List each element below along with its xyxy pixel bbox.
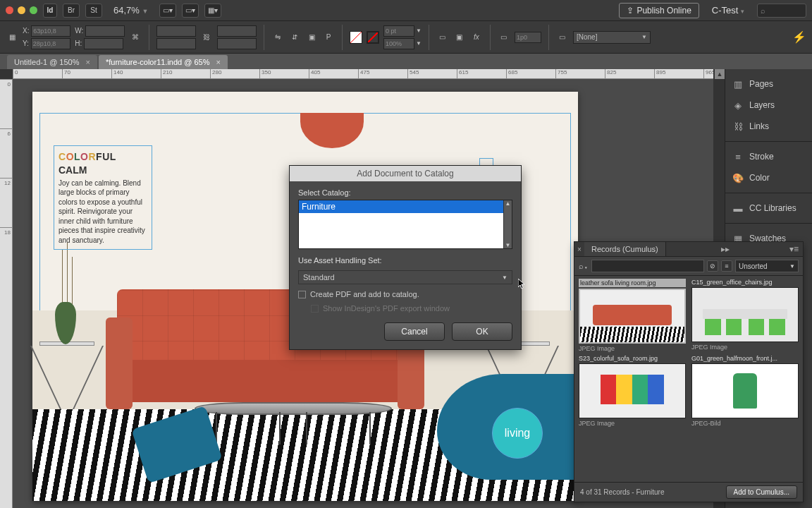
object-style-select[interactable]: [None]▼	[573, 31, 651, 44]
record-type: JPEG Image	[579, 420, 686, 427]
living-badge[interactable]: living	[492, 408, 543, 459]
flip-h-icon[interactable]: ⇋	[271, 31, 284, 44]
select-catalog-label: Select Catalog:	[298, 188, 512, 197]
x-input[interactable]	[31, 25, 70, 37]
record-thumbnail[interactable]	[579, 363, 686, 418]
workspace-switcher[interactable]: C-Test ▾	[705, 5, 751, 16]
close-icon[interactable]: ×	[86, 58, 90, 66]
sort-dropdown[interactable]: Unsorted▼	[735, 260, 799, 272]
record-thumbnail[interactable]	[691, 287, 799, 342]
headline-calm: CALM	[59, 164, 147, 177]
maximize-window-dot[interactable]	[30, 6, 37, 14]
stroke-icon: ≡	[732, 151, 744, 162]
minimize-window-dot[interactable]	[18, 6, 25, 14]
chevron-down-icon: ▼	[641, 34, 647, 40]
dock-label: Stroke	[749, 152, 774, 162]
records-grid: leather sofa living room.jpg JPEG Image …	[574, 276, 803, 482]
scroll-down-icon[interactable]: ▼	[505, 242, 511, 248]
zoom-level[interactable]: 64,7% ▼	[108, 5, 154, 16]
dock-layers[interactable]: ◈Layers	[725, 95, 812, 116]
stock-button[interactable]: St	[85, 4, 102, 18]
record-item[interactable]: G01_green_halfmoon_front.j... JPEG-Bild	[691, 355, 799, 427]
link-icon[interactable]: ⛓	[200, 31, 213, 44]
headline-text-frame[interactable]: COLORFUL CALM Joy can be calming. Blend …	[54, 145, 152, 250]
publish-online-button[interactable]: ⇪Publish Online	[619, 3, 699, 18]
close-icon[interactable]: ×	[216, 58, 221, 66]
panel-collapse-icon[interactable]: ▸▸	[717, 243, 734, 255]
record-item[interactable]: leather sofa living room.jpg JPEG Image	[579, 279, 686, 352]
records-tab[interactable]: Records (Cumulus)	[584, 242, 666, 256]
chevron-down-icon: ▼	[142, 8, 149, 15]
arrange-button[interactable]: ▦▾	[204, 4, 221, 18]
record-filename: leather sofa living room.jpg	[579, 279, 686, 287]
fill-swatch[interactable]	[350, 31, 362, 44]
panel-close-icon[interactable]: ×	[574, 244, 584, 255]
catalog-listbox[interactable]: Furniture ▲▼	[298, 200, 512, 249]
flip-v-icon[interactable]: ⇵	[288, 31, 301, 44]
text-wrap-none-icon[interactable]: ▭	[436, 31, 449, 44]
chevron-down-icon: ▾	[741, 8, 744, 15]
corner-size-input[interactable]	[515, 32, 541, 43]
add-to-cumulus-button[interactable]: Add to Cumulus...	[726, 485, 797, 499]
constrain-icon[interactable]: ⌘	[129, 31, 142, 44]
ok-button[interactable]: OK	[452, 322, 512, 341]
y-input[interactable]	[31, 38, 70, 49]
chevron-down-icon[interactable]: ▼	[416, 28, 422, 34]
scroll-up-icon[interactable]: ▲	[505, 200, 511, 207]
bridge-button[interactable]: Br	[63, 4, 80, 18]
h-input[interactable]	[84, 38, 123, 49]
scale-y-input[interactable]	[156, 38, 196, 49]
dock-cc-libraries[interactable]: ▬CC Libraries	[725, 198, 812, 219]
dock-pages[interactable]: ▥Pages	[725, 73, 812, 95]
shear-input[interactable]	[217, 38, 257, 49]
w-input[interactable]	[85, 25, 125, 37]
records-status: 4 of 31 Records - Furniture	[580, 488, 665, 496]
checkbox-label: Create PDF and add to catalog.	[310, 290, 419, 298]
catalog-item-furniture[interactable]: Furniture	[299, 200, 512, 213]
reference-point-icon[interactable]: ▦	[6, 31, 18, 44]
scroll-up-button[interactable]: ▲	[715, 69, 725, 79]
checkbox[interactable]	[298, 291, 306, 298]
dock-links[interactable]: ⛓Links	[725, 116, 812, 137]
rotate-input[interactable]	[217, 25, 257, 37]
scale-x-input[interactable]	[156, 25, 196, 37]
stroke-weight-input[interactable]	[383, 25, 414, 37]
panel-menu-icon[interactable]: ▾≡	[785, 243, 803, 255]
window-controls	[6, 6, 37, 14]
object-style-icon[interactable]: ▭	[556, 31, 569, 44]
asset-set-dropdown[interactable]: Standard▼	[298, 270, 512, 284]
listbox-scrollbar[interactable]: ▲▼	[503, 200, 512, 248]
close-window-dot[interactable]	[6, 6, 13, 14]
vertical-ruler: 061218	[0, 79, 13, 508]
dock-stroke[interactable]: ≡Stroke	[725, 146, 812, 167]
screen-mode-button[interactable]: ▭▾	[182, 4, 199, 18]
search-icon[interactable]: ⌕▾	[579, 262, 589, 270]
corner-options-icon[interactable]: ▭	[498, 31, 510, 44]
search-input[interactable]: ⌕	[757, 4, 806, 18]
dock-color[interactable]: 🎨Color	[725, 167, 812, 188]
select-container-icon[interactable]: ▣	[305, 31, 318, 44]
cancel-button[interactable]: Cancel	[384, 322, 445, 341]
scale-pct-input[interactable]	[383, 38, 414, 49]
record-item[interactable]: S23_colorful_sofa_room.jpg JPEG Image	[579, 355, 686, 427]
text-wrap-bound-icon[interactable]: ▣	[453, 31, 466, 44]
record-thumbnail[interactable]	[691, 363, 799, 418]
publish-label: Publish Online	[636, 6, 691, 16]
stroke-swatch[interactable]	[367, 31, 379, 44]
lightning-icon[interactable]: ⚡	[792, 30, 806, 44]
side-table-left	[39, 341, 94, 409]
clear-search-icon[interactable]: ⊘	[707, 260, 718, 272]
chevron-down-icon: ▼	[502, 274, 508, 281]
chevron-down-icon[interactable]: ▼	[416, 40, 422, 47]
select-content-icon[interactable]: P	[322, 31, 335, 44]
filter-icon[interactable]: ≡	[721, 260, 732, 272]
tab-untitled[interactable]: Untitled-1 @ 150% ×	[7, 55, 97, 69]
record-thumbnail[interactable]	[579, 289, 686, 344]
fx-icon[interactable]: fx	[470, 31, 483, 44]
create-pdf-checkbox-row[interactable]: Create PDF and add to catalog.	[298, 290, 512, 298]
view-options-button[interactable]: ▭▾	[159, 4, 176, 18]
record-type: JPEG Image	[691, 344, 799, 351]
tab-furniture[interactable]: *furniture-color11.indd @ 65% ×	[99, 55, 228, 69]
records-search-input[interactable]	[591, 260, 704, 272]
record-item[interactable]: C15_green_office_chairs.jpg JPEG Image	[691, 279, 799, 352]
